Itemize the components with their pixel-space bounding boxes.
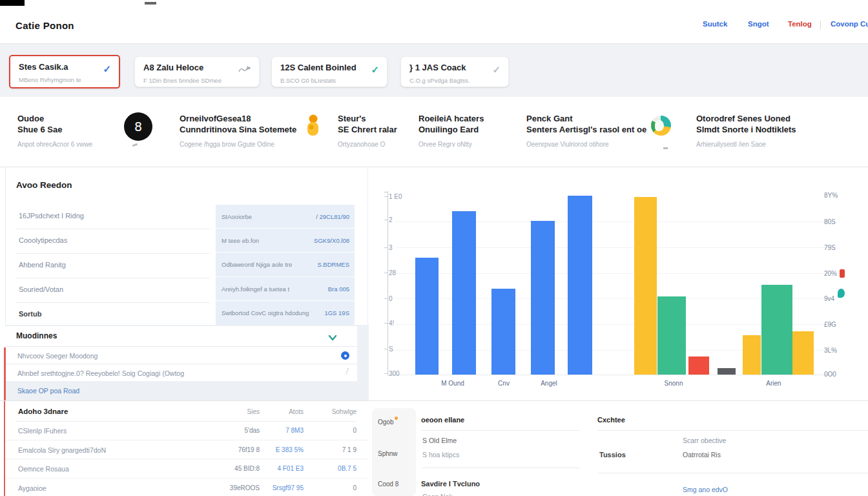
panel-list-item[interactable]: Ahbend Ranitg [19,261,66,269]
top-nav: SuutckSngotTenlogCovonp Cuon [0,6,868,44]
stat-card-2[interactable]: A8 Zalu HeloceF 1Din Bnes bnndee SDmee [134,56,260,87]
stat-card-4[interactable]: } 1 JAS CoackC.O.g sPvdga Bagtss.✓ [400,56,509,87]
x-category-label: Cnv [478,380,530,387]
y-tick-mark [384,373,388,374]
panel-list-item[interactable]: Souried/Votan [19,285,63,293]
bar-1[interactable] [415,258,439,375]
gridline [395,350,833,351]
kv-value: 1GS 19S [324,309,349,316]
table-rows: CSlenlp IFuhers5'das7 8M30Emalcola Slry … [5,421,368,496]
check-icon: ✓ [371,64,379,76]
table-row[interactable]: Oemnce Rosaua45 BID:84 F01 E30B.7 5 [5,459,368,479]
footer-link[interactable]: Skaoe OP poa Road [17,387,79,395]
footer-link-row[interactable]: Skaoe OP poa Road [5,382,357,400]
blue-dot-icon[interactable] [341,351,349,360]
bar-3[interactable] [491,289,515,375]
kv-row: StAooiorbe/ 29CL81/90 [216,205,355,229]
squiggle-icon [238,65,251,77]
y-tick-label: S [389,346,393,353]
feature-subtitle: Arhieruilyseotl /ien Saoe [696,141,851,148]
top-dash-artifact [145,2,156,5]
col-atots[interactable]: Atots [264,408,304,415]
panel-row-label: Ahnbef srethtogjne.0? Reeyobelo! Soig Co… [17,369,184,377]
table-row[interactable]: Emalcola Slry gnargedti7doN76f19 8E 383 … [5,440,368,460]
row-sies: 76f19 8 [218,446,260,453]
mid-row-1[interactable]: S Old Elme [422,437,457,444]
row-sies: 45 BID:8 [218,465,260,472]
nav-item-2[interactable]: Sngot [748,20,769,28]
rail-label-1[interactable]: Ogob [378,418,393,426]
panel-rows: Nhvcoov Soeger MoodongAhnbef srethtogjne… [5,346,357,381]
table-row[interactable]: CSlenlp IFuhers5'das7 8M30 [5,421,368,440]
right-link[interactable]: Smg ano edvO [683,486,728,493]
legend-square-marker [840,269,845,278]
y-tick-mark [384,247,388,248]
nav-item-1[interactable]: Suutck [703,20,727,28]
col-sohwlge[interactable]: Sohwlge [314,408,356,415]
top-left-artifact [0,0,25,6]
bar-8[interactable] [688,356,709,375]
row-name: Aygaoioe [18,484,46,492]
panel-list-item[interactable]: 16JPsdchext I Ridng [19,212,84,220]
stat-card-subtitle: B.SCO G0 bLIestats [280,77,336,84]
y-tick-label: 3 [389,244,393,251]
list-sep [16,229,210,229]
bar-4[interactable] [531,221,555,375]
row-sohwlge: 0 [314,427,356,434]
kv-label: M teee eb.fon [222,237,259,244]
panel-list-item[interactable]: Cooolytipecdas [19,236,67,244]
nav-item-3[interactable]: Tenlog [788,20,812,28]
kv-label: Swtbortod CovC oigtra hdodung [222,309,309,316]
section-row[interactable]: Muodinnes [5,326,357,346]
bottom-mid-main: oeoon ellane S Old Elme S hoa ktipcs Sav… [421,408,583,496]
row-atots: 4 F01 E3 [264,465,304,472]
right-axis-label: 8Y% [824,192,838,199]
feature-subtitle: Cogene /hgga brow Ggute Odine [180,141,335,148]
check-icon: ✓ [103,63,111,75]
stat-card-3[interactable]: 12S Calent BoinledB.SCO G0 bLIestats✓ [271,56,388,87]
row-sohwlge: 0B.7 5 [314,465,356,472]
y-axis-arrow [384,192,388,192]
stat-card-title: A8 Zalu Heloce [143,63,203,72]
chevron-down-icon[interactable] [328,333,337,342]
mid-row-2[interactable]: S hoa ktipcs [422,451,459,459]
y-tick-mark [384,196,388,197]
bar-2[interactable] [452,211,476,375]
bar-12[interactable] [792,331,814,375]
kv-row: M teee eb.fonSGK9/X0.l08 [216,229,355,253]
bar-9[interactable] [718,368,736,375]
bar-7[interactable] [657,296,686,375]
x-category-label: Arien [748,380,800,387]
mid-footer-title[interactable]: Savdire I Tvcluno [421,480,480,488]
dashboard-page: Catie Ponon SuutckSngotTenlogCovonp Cuon… [0,0,868,496]
kv-label: Odbaweontl Njiga aole tre [222,261,292,268]
nav-item-4[interactable]: Covonp Cuon [831,20,868,28]
rail-label-2[interactable]: Sphnw [378,450,398,457]
x-category-label: Angel [523,380,575,387]
table-row[interactable]: Aygaoioe39eROOSSrsgf97 950 [5,479,368,496]
list-sep [16,278,210,278]
y-axis-line [388,191,388,376]
panel-action-row[interactable]: Nhvcoov Soeger Moodong [5,346,357,364]
col-sies[interactable]: Sies [218,408,260,415]
rail-label-3[interactable]: Cood 8 [378,480,398,488]
mid-sep-1 [421,430,580,431]
kebab-icon[interactable]: ⋮ [342,366,351,377]
stat-card-subtitle: MBeno Rvhymgmon te [19,76,81,83]
share-table: Adoho 3dnare Sies Atots Sohwlge CSlenlp … [5,401,368,496]
kv-label: StAooiorbe [222,213,252,220]
panel-action-row[interactable]: Ahnbef srethtogjne.0? Reeyobelo! Soig Co… [5,364,357,381]
feature-item-6[interactable]: Otorodref Senes UonedSlmdt Snorte i Nodt… [696,114,851,148]
bar-11[interactable] [761,285,792,375]
stat-cards: Stes Casik.aMBeno Rvhymgmon te✓A8 Zalu H… [0,44,868,97]
panel-list-item[interactable]: Sortub [19,310,41,318]
row-sohwlge: 7 1 9 [314,446,356,453]
bar-5[interactable] [568,196,592,375]
right-axis-label: 20% [824,270,837,277]
stat-card-1[interactable]: Stes Casik.aMBeno Rvhymgmon te✓ [9,55,120,88]
bottom-right-section: Cxchtee Scarr obective Tussios Oatrrotai… [597,408,868,496]
bar-6[interactable] [634,197,657,375]
right-axis-label: 80S [824,218,836,225]
stat-card-title: Stes Casik.a [19,62,68,72]
bar-10[interactable] [743,335,761,375]
